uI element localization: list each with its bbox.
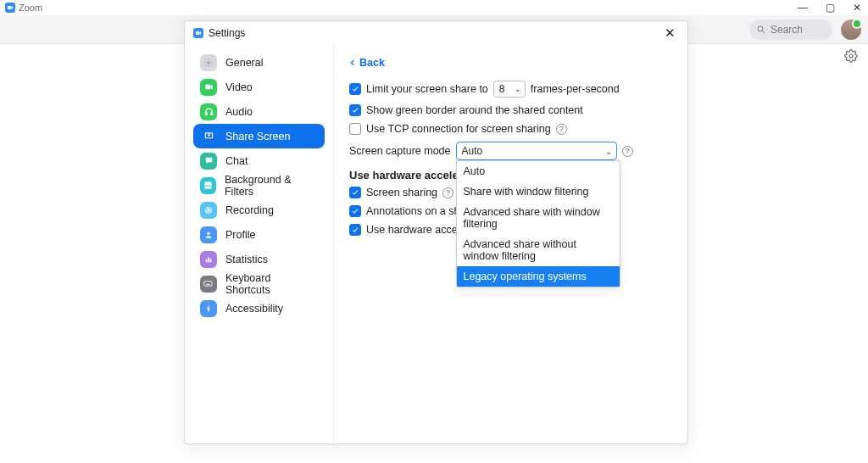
- sidebar-item-label: Background & Filters: [225, 174, 318, 198]
- search-input[interactable]: Search: [749, 20, 832, 40]
- settings-sidebar: General Video Audio Share Screen: [185, 45, 334, 443]
- search-placeholder: Search: [771, 24, 803, 36]
- window-title: Zoom: [19, 3, 42, 13]
- sidebar-item-statistics[interactable]: Statistics: [193, 247, 325, 271]
- capture-mode-value: Auto: [462, 145, 483, 157]
- sidebar-item-share-screen[interactable]: Share Screen: [193, 124, 325, 148]
- search-icon: [756, 25, 766, 35]
- capture-mode-option[interactable]: Auto: [457, 161, 620, 181]
- sidebar-item-background-filters[interactable]: Background & Filters: [193, 173, 325, 198]
- sidebar-item-recording[interactable]: Recording: [193, 198, 325, 222]
- back-button[interactable]: Back: [349, 57, 385, 69]
- sidebar-item-keyboard-shortcuts[interactable]: Keyboard Shortcuts: [193, 271, 325, 296]
- help-icon[interactable]: ?: [556, 124, 567, 135]
- window-titlebar: Zoom — ▢ ✕: [0, 0, 868, 15]
- chevron-left-icon: [349, 59, 356, 67]
- sidebar-item-label: Accessibility: [225, 303, 283, 315]
- sidebar-item-general[interactable]: General: [193, 50, 325, 75]
- zoom-app-icon: [5, 3, 15, 13]
- sidebar-item-profile[interactable]: Profile: [193, 222, 325, 247]
- sidebar-item-accessibility[interactable]: Accessibility: [193, 296, 325, 321]
- svg-point-8: [208, 209, 210, 211]
- settings-gear-icon[interactable]: [844, 49, 858, 66]
- checkbox-hw-anno[interactable]: [349, 205, 361, 217]
- help-icon[interactable]: ?: [442, 187, 453, 198]
- background-icon: [200, 177, 216, 194]
- limit-fps-prefix: Limit your screen share to: [366, 83, 488, 95]
- settings-dialog: Settings ✕ General Video Aud: [184, 20, 688, 444]
- settings-content: Back Limit your screen share to 8 ⌄ fram…: [334, 45, 687, 443]
- avatar[interactable]: [841, 20, 861, 40]
- svg-point-9: [207, 232, 209, 234]
- chat-icon: [200, 153, 217, 170]
- limit-fps-suffix: frames-per-second: [531, 83, 620, 95]
- keyboard-icon: [200, 276, 217, 293]
- share-screen-icon: [200, 128, 217, 145]
- checkbox-green-border[interactable]: [349, 104, 361, 116]
- capture-mode-option[interactable]: Advanced share without window filtering: [457, 234, 620, 266]
- svg-rect-12: [210, 258, 212, 262]
- accessibility-icon: [200, 300, 217, 317]
- capture-mode-dropdown: Auto Share with window filtering Advance…: [456, 160, 620, 287]
- checkbox-limit-fps[interactable]: [349, 83, 361, 95]
- green-border-label: Show green border around the shared cont…: [366, 104, 583, 116]
- window-minimize-button[interactable]: —: [797, 2, 809, 14]
- sidebar-item-label: Recording: [225, 204, 274, 216]
- svg-rect-11: [208, 257, 209, 262]
- record-icon: [200, 202, 217, 219]
- sidebar-item-label: Chat: [225, 155, 248, 167]
- svg-point-1: [849, 54, 853, 58]
- settings-dialog-title: Settings: [209, 27, 245, 39]
- capture-mode-label: Screen capture mode: [349, 145, 451, 157]
- capture-mode-option[interactable]: Share with window filtering: [457, 181, 620, 202]
- svg-point-0: [758, 26, 763, 31]
- svg-rect-3: [205, 112, 207, 114]
- svg-rect-10: [206, 259, 208, 262]
- capture-mode-select[interactable]: Auto ⌄ Auto Share with window filtering …: [456, 142, 617, 160]
- gear-icon: [200, 54, 217, 71]
- fps-select[interactable]: 8 ⌄: [493, 81, 526, 98]
- sidebar-item-label: Profile: [225, 229, 255, 241]
- sidebar-item-label: Audio: [225, 106, 253, 118]
- capture-mode-option[interactable]: Advanced share with window filtering: [457, 202, 620, 234]
- fps-select-value: 8: [499, 83, 505, 95]
- sidebar-item-audio[interactable]: Audio: [193, 99, 325, 124]
- window-close-button[interactable]: ✕: [851, 2, 863, 14]
- checkbox-hw-video[interactable]: [349, 224, 361, 236]
- svg-point-2: [208, 61, 210, 64]
- sidebar-item-video[interactable]: Video: [193, 75, 325, 99]
- help-icon[interactable]: ?: [622, 146, 633, 157]
- sidebar-item-label: Statistics: [225, 254, 268, 265]
- sidebar-item-label: Video: [225, 81, 253, 93]
- checkbox-hw-screen[interactable]: [349, 187, 361, 198]
- statistics-icon: [200, 251, 217, 268]
- sidebar-item-chat[interactable]: Chat: [193, 148, 325, 173]
- chevron-down-icon: ⌄: [605, 147, 612, 156]
- headphones-icon: [200, 103, 217, 120]
- svg-rect-13: [204, 282, 212, 287]
- window-maximize-button[interactable]: ▢: [824, 2, 836, 14]
- settings-dialog-icon: [193, 28, 203, 38]
- svg-point-14: [208, 305, 209, 307]
- hw-screen-label: Screen sharing: [366, 187, 437, 198]
- svg-rect-4: [210, 112, 212, 114]
- back-label: Back: [359, 57, 385, 69]
- chevron-down-icon: ⌄: [515, 85, 521, 93]
- checkbox-tcp[interactable]: [349, 123, 361, 135]
- sidebar-item-label: Share Screen: [225, 131, 290, 142]
- profile-icon: [200, 226, 217, 243]
- capture-mode-option[interactable]: Legacy operating systems: [457, 266, 620, 287]
- tcp-label: Use TCP connection for screen sharing: [366, 123, 551, 135]
- video-icon: [200, 79, 217, 96]
- sidebar-item-label: Keyboard Shortcuts: [225, 272, 318, 296]
- sidebar-item-label: General: [225, 57, 263, 69]
- settings-close-button[interactable]: ✕: [661, 24, 679, 42]
